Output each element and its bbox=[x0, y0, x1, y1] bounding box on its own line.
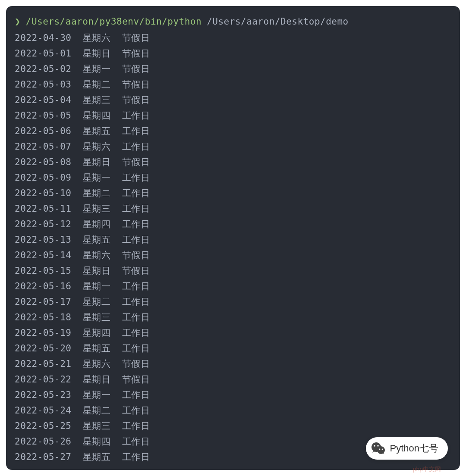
terminal-window: ❯ /Users/aaron/py38env/bin/python /Users… bbox=[6, 6, 460, 470]
output-line: 2022-05-11 星期三 工作日 bbox=[15, 201, 451, 216]
output-line: 2022-05-03 星期二 节假日 bbox=[15, 77, 451, 92]
output-line: 2022-05-18 星期三 工作日 bbox=[15, 310, 451, 325]
output-line: 2022-05-07 星期六 工作日 bbox=[15, 139, 451, 154]
output-line: 2022-05-21 星期六 节假日 bbox=[15, 356, 451, 372]
output-line: 2022-05-15 星期日 节假日 bbox=[15, 263, 451, 279]
output-line: 2022-05-01 星期日 节假日 bbox=[15, 46, 451, 61]
svg-point-4 bbox=[379, 449, 380, 450]
output-line: 2022-05-16 星期一 工作日 bbox=[15, 279, 451, 294]
output-line: 2022-05-10 星期二 工作日 bbox=[15, 185, 451, 201]
prompt-symbol: ❯ bbox=[15, 14, 21, 29]
output-line: 2022-05-24 星期二 工作日 bbox=[15, 403, 451, 418]
watermark-text: php中文网 bbox=[413, 466, 441, 473]
svg-point-2 bbox=[374, 445, 375, 447]
command-executable: /Users/aaron/py38env/bin/python bbox=[26, 14, 202, 29]
svg-point-3 bbox=[377, 445, 379, 447]
prompt-line: ❯ /Users/aaron/py38env/bin/python /Users… bbox=[15, 14, 451, 29]
output-container: 2022-04-30 星期六 节假日2022-05-01 星期日 节假日2022… bbox=[15, 30, 451, 465]
svg-point-5 bbox=[381, 449, 383, 450]
wechat-icon bbox=[370, 441, 386, 456]
output-line: 2022-05-06 星期五 工作日 bbox=[15, 123, 451, 139]
output-line: 2022-05-17 星期二 工作日 bbox=[15, 294, 451, 310]
output-line: 2022-05-22 星期日 节假日 bbox=[15, 372, 451, 387]
output-line: 2022-05-08 星期日 节假日 bbox=[15, 154, 451, 170]
svg-point-1 bbox=[377, 446, 385, 454]
output-line: 2022-04-30 星期六 节假日 bbox=[15, 30, 451, 46]
output-line: 2022-05-02 星期一 节假日 bbox=[15, 61, 451, 77]
output-line: 2022-05-05 星期四 工作日 bbox=[15, 108, 451, 123]
output-line: 2022-05-20 星期五 工作日 bbox=[15, 341, 451, 356]
output-line: 2022-05-19 星期四 工作日 bbox=[15, 325, 451, 341]
wechat-badge-text: Python七号 bbox=[390, 442, 439, 455]
output-line: 2022-05-13 星期五 工作日 bbox=[15, 232, 451, 247]
output-line: 2022-05-04 星期三 节假日 bbox=[15, 92, 451, 108]
terminal-content[interactable]: ❯ /Users/aaron/py38env/bin/python /Users… bbox=[15, 14, 451, 465]
output-line: 2022-05-09 星期一 工作日 bbox=[15, 170, 451, 185]
output-line: 2022-05-23 星期一 工作日 bbox=[15, 387, 451, 403]
output-line: 2022-05-25 星期三 工作日 bbox=[15, 418, 451, 434]
output-line: 2022-05-12 星期四 工作日 bbox=[15, 216, 451, 232]
wechat-badge: Python七号 bbox=[366, 437, 448, 460]
command-argument: /Users/aaron/Desktop/demo bbox=[207, 14, 349, 29]
output-line: 2022-05-14 星期六 节假日 bbox=[15, 247, 451, 263]
